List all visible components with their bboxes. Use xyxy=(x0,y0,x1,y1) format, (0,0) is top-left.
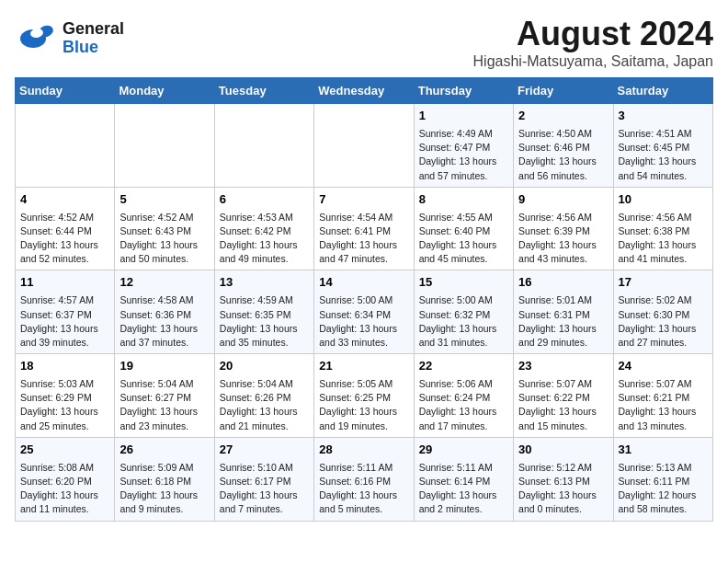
day-number: 23 xyxy=(518,358,608,375)
day-number: 13 xyxy=(220,274,309,292)
day-number: 26 xyxy=(119,442,209,459)
calendar-cell: 14Sunrise: 5:00 AM Sunset: 6:34 PM Dayli… xyxy=(314,270,414,354)
day-number: 2 xyxy=(518,108,608,125)
day-info: Sunrise: 5:00 AM Sunset: 6:32 PM Dayligh… xyxy=(419,293,508,350)
day-info: Sunrise: 5:08 AM Sunset: 6:20 PM Dayligh… xyxy=(20,461,109,517)
day-info: Sunrise: 5:04 AM Sunset: 6:26 PM Dayligh… xyxy=(220,377,309,433)
calendar-cell: 5Sunrise: 4:52 AM Sunset: 6:43 PM Daylig… xyxy=(115,187,214,270)
calendar-cell: 12Sunrise: 4:58 AM Sunset: 6:36 PM Dayli… xyxy=(115,270,214,354)
day-info: Sunrise: 5:01 AM Sunset: 6:31 PM Dayligh… xyxy=(518,293,608,350)
column-header-friday: Friday xyxy=(514,78,613,104)
day-info: Sunrise: 4:56 AM Sunset: 6:38 PM Dayligh… xyxy=(619,211,708,267)
day-info: Sunrise: 5:02 AM Sunset: 6:30 PM Dayligh… xyxy=(619,293,708,350)
calendar-week-row: 1Sunrise: 4:49 AM Sunset: 6:47 PM Daylig… xyxy=(16,104,713,188)
calendar-cell: 25Sunrise: 5:08 AM Sunset: 6:20 PM Dayli… xyxy=(16,437,115,521)
day-number: 27 xyxy=(220,442,309,459)
calendar-cell: 31Sunrise: 5:13 AM Sunset: 6:11 PM Dayli… xyxy=(613,437,712,521)
day-number: 1 xyxy=(419,108,508,125)
day-number: 22 xyxy=(419,358,508,375)
day-info: Sunrise: 4:53 AM Sunset: 6:42 PM Dayligh… xyxy=(220,211,309,267)
logo-text: General Blue xyxy=(63,20,124,57)
calendar-cell: 18Sunrise: 5:03 AM Sunset: 6:29 PM Dayli… xyxy=(16,354,115,438)
calendar-cell: 26Sunrise: 5:09 AM Sunset: 6:18 PM Dayli… xyxy=(115,437,214,521)
page-header: General Blue August 2024 Higashi-Matsuya… xyxy=(15,15,713,70)
calendar-cell: 24Sunrise: 5:07 AM Sunset: 6:21 PM Dayli… xyxy=(613,354,712,438)
day-info: Sunrise: 5:12 AM Sunset: 6:13 PM Dayligh… xyxy=(518,461,608,517)
day-number: 5 xyxy=(119,191,209,209)
column-header-thursday: Thursday xyxy=(414,78,513,104)
day-number: 28 xyxy=(319,442,408,459)
calendar-cell: 27Sunrise: 5:10 AM Sunset: 6:17 PM Dayli… xyxy=(214,437,313,521)
day-number: 25 xyxy=(20,442,109,459)
day-info: Sunrise: 4:50 AM Sunset: 6:46 PM Dayligh… xyxy=(518,127,608,183)
calendar-cell: 10Sunrise: 4:56 AM Sunset: 6:38 PM Dayli… xyxy=(613,187,712,270)
calendar-cell: 28Sunrise: 5:11 AM Sunset: 6:16 PM Dayli… xyxy=(314,437,414,521)
day-info: Sunrise: 4:51 AM Sunset: 6:45 PM Dayligh… xyxy=(619,127,708,183)
calendar-cell: 23Sunrise: 5:07 AM Sunset: 6:22 PM Dayli… xyxy=(514,354,613,438)
calendar-cell: 22Sunrise: 5:06 AM Sunset: 6:24 PM Dayli… xyxy=(414,354,513,438)
column-header-tuesday: Tuesday xyxy=(214,78,313,104)
calendar-cell: 1Sunrise: 4:49 AM Sunset: 6:47 PM Daylig… xyxy=(414,104,513,188)
calendar-cell: 20Sunrise: 5:04 AM Sunset: 6:26 PM Dayli… xyxy=(214,354,313,438)
calendar-week-row: 11Sunrise: 4:57 AM Sunset: 6:37 PM Dayli… xyxy=(16,270,713,354)
logo: General Blue xyxy=(15,15,124,63)
day-number: 17 xyxy=(619,274,708,292)
main-title: August 2024 xyxy=(473,15,713,53)
day-number: 29 xyxy=(419,442,508,459)
day-info: Sunrise: 5:11 AM Sunset: 6:14 PM Dayligh… xyxy=(419,461,508,517)
day-info: Sunrise: 5:05 AM Sunset: 6:25 PM Dayligh… xyxy=(319,377,408,433)
day-info: Sunrise: 4:54 AM Sunset: 6:41 PM Dayligh… xyxy=(319,211,408,267)
calendar-cell: 30Sunrise: 5:12 AM Sunset: 6:13 PM Dayli… xyxy=(514,437,613,521)
column-header-monday: Monday xyxy=(115,78,214,104)
day-info: Sunrise: 5:07 AM Sunset: 6:22 PM Dayligh… xyxy=(518,377,608,433)
day-number: 10 xyxy=(619,191,708,209)
day-info: Sunrise: 5:10 AM Sunset: 6:17 PM Dayligh… xyxy=(220,461,309,517)
day-number: 6 xyxy=(220,191,309,209)
calendar-cell: 16Sunrise: 5:01 AM Sunset: 6:31 PM Dayli… xyxy=(514,270,613,354)
calendar-week-row: 4Sunrise: 4:52 AM Sunset: 6:44 PM Daylig… xyxy=(16,187,713,270)
calendar-cell: 9Sunrise: 4:56 AM Sunset: 6:39 PM Daylig… xyxy=(514,187,613,270)
day-info: Sunrise: 5:07 AM Sunset: 6:21 PM Dayligh… xyxy=(619,377,708,433)
day-number: 7 xyxy=(319,191,408,209)
day-info: Sunrise: 5:13 AM Sunset: 6:11 PM Dayligh… xyxy=(619,461,708,517)
calendar-cell: 21Sunrise: 5:05 AM Sunset: 6:25 PM Dayli… xyxy=(314,354,414,438)
calendar-week-row: 25Sunrise: 5:08 AM Sunset: 6:20 PM Dayli… xyxy=(16,437,713,521)
calendar-cell: 2Sunrise: 4:50 AM Sunset: 6:46 PM Daylig… xyxy=(514,104,613,188)
day-info: Sunrise: 4:58 AM Sunset: 6:36 PM Dayligh… xyxy=(119,293,209,350)
day-info: Sunrise: 5:03 AM Sunset: 6:29 PM Dayligh… xyxy=(20,377,109,433)
calendar-cell: 13Sunrise: 4:59 AM Sunset: 6:35 PM Dayli… xyxy=(214,270,313,354)
day-info: Sunrise: 4:55 AM Sunset: 6:40 PM Dayligh… xyxy=(419,211,508,267)
day-number: 30 xyxy=(518,442,608,459)
calendar-cell xyxy=(115,104,214,188)
day-number: 14 xyxy=(319,274,408,292)
day-info: Sunrise: 4:59 AM Sunset: 6:35 PM Dayligh… xyxy=(220,293,309,350)
calendar-cell xyxy=(314,104,414,188)
calendar-table: SundayMondayTuesdayWednesdayThursdayFrid… xyxy=(15,77,713,522)
day-number: 3 xyxy=(619,108,708,125)
day-info: Sunrise: 5:09 AM Sunset: 6:18 PM Dayligh… xyxy=(119,461,209,517)
calendar-cell: 8Sunrise: 4:55 AM Sunset: 6:40 PM Daylig… xyxy=(414,187,513,270)
day-number: 19 xyxy=(119,358,209,375)
subtitle: Higashi-Matsuyama, Saitama, Japan xyxy=(473,53,713,70)
day-number: 21 xyxy=(319,358,408,375)
day-info: Sunrise: 4:49 AM Sunset: 6:47 PM Dayligh… xyxy=(419,127,508,183)
day-number: 8 xyxy=(419,191,508,209)
calendar-cell: 11Sunrise: 4:57 AM Sunset: 6:37 PM Dayli… xyxy=(16,270,115,354)
calendar-cell: 4Sunrise: 4:52 AM Sunset: 6:44 PM Daylig… xyxy=(16,187,115,270)
day-number: 24 xyxy=(619,358,708,375)
day-number: 11 xyxy=(20,274,109,292)
day-info: Sunrise: 5:06 AM Sunset: 6:24 PM Dayligh… xyxy=(419,377,508,433)
column-header-saturday: Saturday xyxy=(613,78,712,104)
day-info: Sunrise: 5:11 AM Sunset: 6:16 PM Dayligh… xyxy=(319,461,408,517)
day-number: 4 xyxy=(20,191,109,209)
calendar-cell: 17Sunrise: 5:02 AM Sunset: 6:30 PM Dayli… xyxy=(613,270,712,354)
day-info: Sunrise: 4:57 AM Sunset: 6:37 PM Dayligh… xyxy=(20,293,109,350)
day-number: 12 xyxy=(119,274,209,292)
day-info: Sunrise: 4:52 AM Sunset: 6:43 PM Dayligh… xyxy=(119,211,209,267)
day-info: Sunrise: 5:00 AM Sunset: 6:34 PM Dayligh… xyxy=(319,293,408,350)
calendar-week-row: 18Sunrise: 5:03 AM Sunset: 6:29 PM Dayli… xyxy=(16,354,713,438)
calendar-cell: 6Sunrise: 4:53 AM Sunset: 6:42 PM Daylig… xyxy=(214,187,313,270)
title-block: August 2024 Higashi-Matsuyama, Saitama, … xyxy=(473,15,713,70)
column-header-wednesday: Wednesday xyxy=(314,78,414,104)
day-number: 20 xyxy=(220,358,309,375)
